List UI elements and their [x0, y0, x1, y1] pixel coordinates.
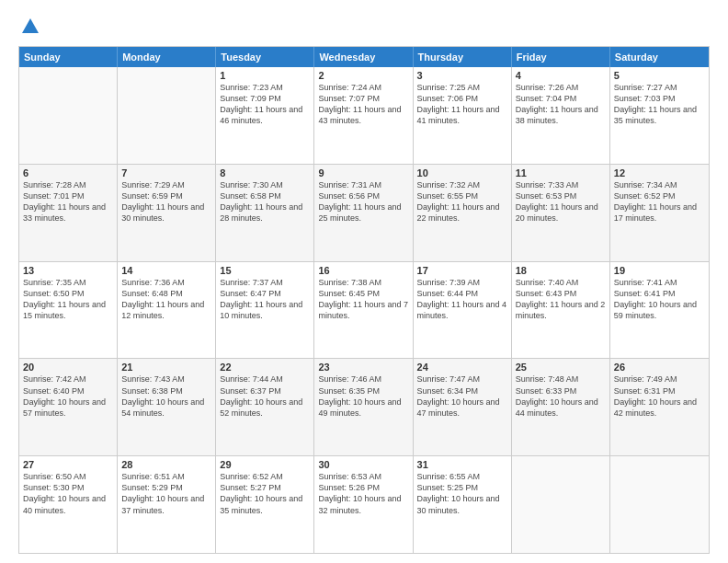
day-info: Sunrise: 7:27 AM Sunset: 7:03 PM Dayligh…: [614, 82, 705, 127]
header-day-sunday: Sunday: [19, 47, 118, 67]
calendar-cell: 2Sunrise: 7:24 AM Sunset: 7:07 PM Daylig…: [314, 67, 413, 164]
day-number: 17: [417, 265, 507, 276]
day-info: Sunrise: 7:23 AM Sunset: 7:09 PM Dayligh…: [220, 82, 310, 127]
calendar-cell: 24Sunrise: 7:47 AM Sunset: 6:34 PM Dayli…: [414, 359, 512, 455]
calendar-cell: 7Sunrise: 7:29 AM Sunset: 6:59 PM Daylig…: [118, 165, 216, 261]
day-number: 28: [121, 459, 211, 470]
day-info: Sunrise: 7:28 AM Sunset: 7:01 PM Dayligh…: [23, 179, 113, 224]
day-info: Sunrise: 6:51 AM Sunset: 5:29 PM Dayligh…: [121, 471, 211, 516]
day-info: Sunrise: 7:44 AM Sunset: 6:37 PM Dayligh…: [220, 373, 310, 419]
day-info: Sunrise: 7:30 AM Sunset: 6:58 PM Dayligh…: [220, 179, 310, 224]
day-number: 1: [220, 70, 310, 81]
calendar-cell: 4Sunrise: 7:26 AM Sunset: 7:04 PM Daylig…: [512, 67, 610, 164]
day-number: 31: [417, 459, 507, 470]
calendar-body: 1Sunrise: 7:23 AM Sunset: 7:09 PM Daylig…: [19, 67, 709, 553]
day-number: 15: [220, 265, 310, 276]
day-info: Sunrise: 7:39 AM Sunset: 6:44 PM Dayligh…: [417, 277, 507, 322]
day-info: Sunrise: 7:32 AM Sunset: 6:55 PM Dayligh…: [417, 179, 507, 224]
day-info: Sunrise: 7:25 AM Sunset: 7:06 PM Dayligh…: [417, 82, 507, 127]
day-number: 2: [318, 70, 408, 81]
calendar-cell: 12Sunrise: 7:34 AM Sunset: 6:52 PM Dayli…: [610, 165, 709, 261]
day-info: Sunrise: 7:31 AM Sunset: 6:56 PM Dayligh…: [318, 179, 408, 224]
day-number: 18: [516, 265, 606, 276]
calendar-cell: 11Sunrise: 7:33 AM Sunset: 6:53 PM Dayli…: [512, 165, 610, 261]
day-number: 26: [614, 362, 705, 373]
header-day-monday: Monday: [118, 47, 216, 67]
calendar-cell: 6Sunrise: 7:28 AM Sunset: 7:01 PM Daylig…: [19, 165, 118, 261]
day-info: Sunrise: 7:48 AM Sunset: 6:33 PM Dayligh…: [516, 373, 606, 419]
header-day-friday: Friday: [512, 47, 610, 67]
day-info: Sunrise: 7:46 AM Sunset: 6:35 PM Dayligh…: [318, 373, 408, 419]
calendar-cell: [610, 456, 709, 553]
day-number: 24: [417, 362, 507, 373]
day-number: 21: [121, 362, 211, 373]
header-day-thursday: Thursday: [414, 47, 512, 67]
calendar-cell: 17Sunrise: 7:39 AM Sunset: 6:44 PM Dayli…: [414, 262, 512, 359]
calendar-row-3: 13Sunrise: 7:35 AM Sunset: 6:50 PM Dayli…: [19, 261, 709, 359]
calendar-cell: 25Sunrise: 7:48 AM Sunset: 6:33 PM Dayli…: [512, 359, 610, 455]
day-info: Sunrise: 7:42 AM Sunset: 6:40 PM Dayligh…: [23, 373, 113, 419]
day-number: 3: [417, 70, 507, 81]
day-info: Sunrise: 7:29 AM Sunset: 6:59 PM Dayligh…: [121, 179, 211, 224]
calendar-cell: 10Sunrise: 7:32 AM Sunset: 6:55 PM Dayli…: [414, 165, 512, 261]
calendar-cell: 23Sunrise: 7:46 AM Sunset: 6:35 PM Dayli…: [314, 359, 413, 455]
day-number: 11: [516, 167, 606, 178]
day-info: Sunrise: 7:36 AM Sunset: 6:48 PM Dayligh…: [121, 277, 211, 322]
day-info: Sunrise: 7:35 AM Sunset: 6:50 PM Dayligh…: [23, 277, 113, 322]
logo-icon: [20, 17, 40, 37]
day-number: 25: [516, 362, 606, 373]
header: [18, 17, 710, 37]
day-info: Sunrise: 7:34 AM Sunset: 6:52 PM Dayligh…: [614, 179, 705, 224]
day-info: Sunrise: 6:55 AM Sunset: 5:25 PM Dayligh…: [417, 471, 507, 516]
day-info: Sunrise: 7:37 AM Sunset: 6:47 PM Dayligh…: [220, 277, 310, 322]
calendar-cell: 22Sunrise: 7:44 AM Sunset: 6:37 PM Dayli…: [216, 359, 314, 455]
calendar-cell: 21Sunrise: 7:43 AM Sunset: 6:38 PM Dayli…: [118, 359, 216, 455]
day-info: Sunrise: 6:52 AM Sunset: 5:27 PM Dayligh…: [220, 471, 310, 516]
day-number: 19: [614, 265, 705, 276]
day-info: Sunrise: 7:33 AM Sunset: 6:53 PM Dayligh…: [516, 179, 606, 224]
day-info: Sunrise: 7:49 AM Sunset: 6:31 PM Dayligh…: [614, 373, 705, 419]
day-number: 30: [318, 459, 408, 470]
day-number: 12: [614, 167, 705, 178]
day-info: Sunrise: 6:50 AM Sunset: 5:30 PM Dayligh…: [23, 471, 113, 516]
calendar-cell: 9Sunrise: 7:31 AM Sunset: 6:56 PM Daylig…: [314, 165, 413, 261]
calendar-header: SundayMondayTuesdayWednesdayThursdayFrid…: [19, 47, 709, 67]
page: SundayMondayTuesdayWednesdayThursdayFrid…: [0, 0, 728, 563]
calendar-cell: 14Sunrise: 7:36 AM Sunset: 6:48 PM Dayli…: [118, 262, 216, 359]
calendar-cell: [512, 456, 610, 553]
day-info: Sunrise: 6:53 AM Sunset: 5:26 PM Dayligh…: [318, 471, 408, 516]
calendar-cell: 20Sunrise: 7:42 AM Sunset: 6:40 PM Dayli…: [19, 359, 118, 455]
day-number: 20: [23, 362, 113, 373]
header-day-tuesday: Tuesday: [216, 47, 314, 67]
calendar-cell: [19, 67, 118, 164]
calendar-cell: 29Sunrise: 6:52 AM Sunset: 5:27 PM Dayli…: [216, 456, 314, 553]
day-number: 27: [23, 459, 113, 470]
day-number: 22: [220, 362, 310, 373]
header-day-saturday: Saturday: [610, 47, 709, 67]
calendar-cell: 27Sunrise: 6:50 AM Sunset: 5:30 PM Dayli…: [19, 456, 118, 553]
header-day-wednesday: Wednesday: [314, 47, 413, 67]
calendar-row-4: 20Sunrise: 7:42 AM Sunset: 6:40 PM Dayli…: [19, 358, 709, 455]
day-info: Sunrise: 7:47 AM Sunset: 6:34 PM Dayligh…: [417, 373, 507, 419]
day-info: Sunrise: 7:40 AM Sunset: 6:43 PM Dayligh…: [516, 277, 606, 322]
calendar-cell: 13Sunrise: 7:35 AM Sunset: 6:50 PM Dayli…: [19, 262, 118, 359]
calendar-cell: 26Sunrise: 7:49 AM Sunset: 6:31 PM Dayli…: [610, 359, 709, 455]
calendar-cell: 8Sunrise: 7:30 AM Sunset: 6:58 PM Daylig…: [216, 165, 314, 261]
day-number: 16: [318, 265, 408, 276]
day-number: 29: [220, 459, 310, 470]
calendar-cell: 1Sunrise: 7:23 AM Sunset: 7:09 PM Daylig…: [216, 67, 314, 164]
calendar-row-5: 27Sunrise: 6:50 AM Sunset: 5:30 PM Dayli…: [19, 455, 709, 553]
calendar-cell: 16Sunrise: 7:38 AM Sunset: 6:45 PM Dayli…: [314, 262, 413, 359]
calendar-cell: 5Sunrise: 7:27 AM Sunset: 7:03 PM Daylig…: [610, 67, 709, 164]
day-number: 7: [121, 167, 211, 178]
day-info: Sunrise: 7:43 AM Sunset: 6:38 PM Dayligh…: [121, 373, 211, 419]
day-number: 4: [516, 70, 606, 81]
day-number: 14: [121, 265, 211, 276]
day-number: 10: [417, 167, 507, 178]
day-info: Sunrise: 7:38 AM Sunset: 6:45 PM Dayligh…: [318, 277, 408, 322]
calendar-cell: 3Sunrise: 7:25 AM Sunset: 7:06 PM Daylig…: [414, 67, 512, 164]
calendar-cell: [118, 67, 216, 164]
day-number: 9: [318, 167, 408, 178]
day-info: Sunrise: 7:41 AM Sunset: 6:41 PM Dayligh…: [614, 277, 705, 322]
calendar: SundayMondayTuesdayWednesdayThursdayFrid…: [18, 46, 710, 554]
